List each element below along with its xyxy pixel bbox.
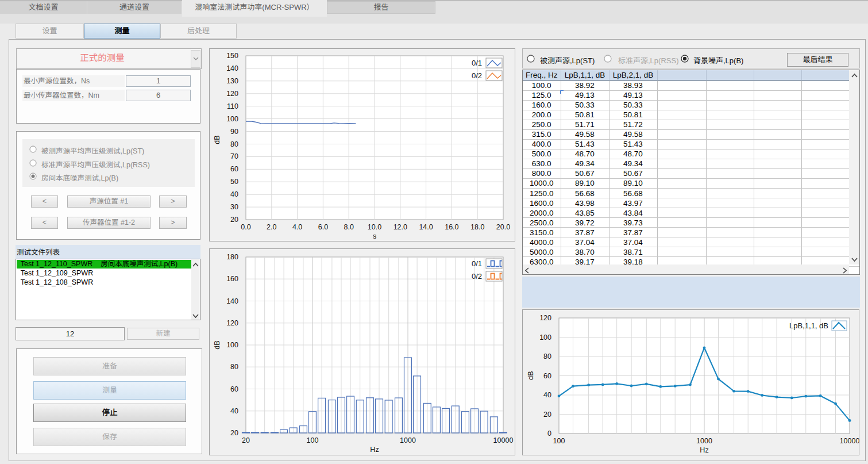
svg-text:LpB,1,1, dB: LpB,1,1, dB bbox=[789, 321, 828, 330]
svg-text:120: 120 bbox=[226, 319, 238, 327]
svg-text:Hz: Hz bbox=[700, 446, 708, 454]
svg-text:90: 90 bbox=[230, 128, 238, 136]
svg-text:0/2: 0/2 bbox=[472, 272, 482, 281]
svg-text:0/2: 0/2 bbox=[472, 71, 482, 80]
svg-text:20: 20 bbox=[543, 411, 551, 419]
svg-text:16.0: 16.0 bbox=[445, 223, 458, 231]
svg-text:160: 160 bbox=[226, 275, 238, 283]
svg-text:140: 140 bbox=[226, 64, 238, 72]
svg-text:80: 80 bbox=[543, 352, 551, 361]
svg-text:100: 100 bbox=[226, 341, 238, 349]
svg-text:10000: 10000 bbox=[493, 436, 514, 444]
svg-text:2.0: 2.0 bbox=[267, 223, 276, 231]
svg-text:10000: 10000 bbox=[840, 437, 859, 445]
svg-text:1000: 1000 bbox=[696, 437, 712, 445]
svg-text:1000: 1000 bbox=[400, 436, 416, 444]
svg-text:20: 20 bbox=[230, 429, 238, 437]
svg-text:150: 150 bbox=[226, 52, 238, 60]
svg-text:40: 40 bbox=[230, 190, 238, 198]
svg-text:60: 60 bbox=[230, 165, 238, 173]
svg-text:0/1: 0/1 bbox=[472, 259, 482, 268]
svg-text:0: 0 bbox=[547, 430, 551, 438]
svg-text:20: 20 bbox=[242, 436, 250, 444]
svg-text:100: 100 bbox=[307, 436, 319, 444]
svg-text:40: 40 bbox=[543, 391, 551, 399]
svg-text:s: s bbox=[373, 232, 376, 240]
svg-text:60: 60 bbox=[543, 372, 551, 380]
svg-text:60: 60 bbox=[230, 385, 238, 393]
svg-text:dB: dB bbox=[213, 340, 221, 349]
svg-text:dB: dB bbox=[213, 135, 221, 144]
svg-text:120: 120 bbox=[226, 90, 238, 98]
svg-text:140: 140 bbox=[226, 297, 238, 305]
svg-text:180: 180 bbox=[226, 253, 238, 261]
svg-text:0.0: 0.0 bbox=[241, 223, 250, 231]
svg-text:6.0: 6.0 bbox=[318, 223, 328, 231]
svg-text:30: 30 bbox=[230, 203, 238, 211]
svg-text:18.0: 18.0 bbox=[470, 223, 484, 231]
svg-text:Hz: Hz bbox=[370, 446, 379, 454]
svg-text:0/1: 0/1 bbox=[472, 59, 482, 67]
svg-text:130: 130 bbox=[226, 77, 238, 85]
svg-text:10.0: 10.0 bbox=[368, 223, 381, 231]
svg-text:dB: dB bbox=[527, 371, 535, 379]
svg-text:50: 50 bbox=[230, 178, 238, 186]
svg-text:120: 120 bbox=[539, 314, 551, 322]
svg-text:80: 80 bbox=[230, 140, 238, 148]
svg-text:12.0: 12.0 bbox=[394, 223, 407, 231]
svg-text:20.0: 20.0 bbox=[496, 223, 510, 231]
svg-text:14.0: 14.0 bbox=[419, 223, 433, 231]
svg-text:100: 100 bbox=[539, 333, 551, 342]
svg-text:110: 110 bbox=[227, 102, 238, 110]
svg-text:70: 70 bbox=[230, 152, 238, 160]
svg-text:8.0: 8.0 bbox=[344, 223, 354, 231]
svg-text:100: 100 bbox=[553, 437, 565, 445]
svg-text:40: 40 bbox=[230, 407, 238, 415]
svg-text:20: 20 bbox=[230, 216, 238, 224]
svg-text:80: 80 bbox=[230, 363, 238, 371]
svg-text:4.0: 4.0 bbox=[292, 223, 302, 231]
svg-text:100: 100 bbox=[226, 115, 238, 123]
